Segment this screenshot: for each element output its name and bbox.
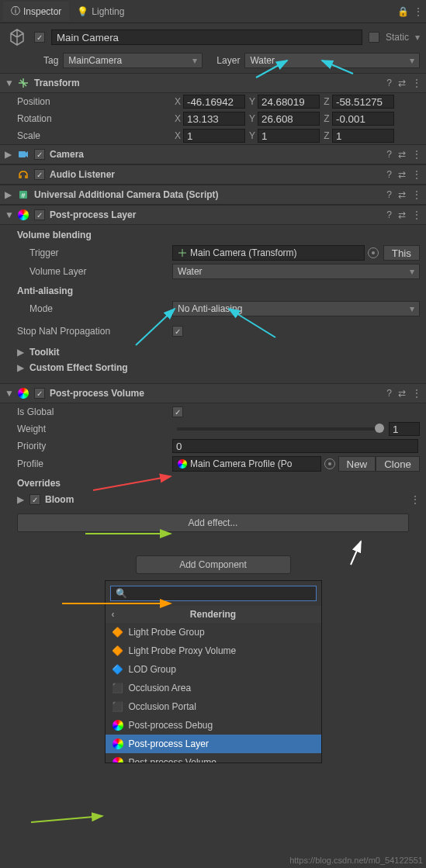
pp-icon	[17, 209, 29, 221]
pp-layer-header[interactable]: ▼ Post-process Layer ?⇄⋮	[0, 205, 426, 225]
preset-icon[interactable]: ⇄	[398, 388, 406, 399]
trigger-field[interactable]: Main Camera (Transform)	[172, 245, 365, 261]
layer-value: Water	[250, 55, 275, 66]
tab-inspector[interactable]: ⓘ Inspector	[3, 2, 69, 21]
enabled-checkbox[interactable]	[34, 209, 45, 220]
help-icon[interactable]: ?	[386, 149, 392, 160]
pp-volume-header[interactable]: ▼ Post-process Volume ?⇄⋮	[0, 383, 426, 403]
foldout-icon[interactable]: ▶	[17, 362, 25, 373]
menu-icon[interactable]: ⋮	[412, 149, 421, 160]
popup-item-lod-group[interactable]: 🔷 LOD Group	[106, 660, 321, 679]
popup-item-light-probe-proxy[interactable]: 🔶 Light Probe Proxy Volume	[106, 641, 321, 660]
custom-effect-foldout[interactable]: ▶ Custom Effect Sorting	[0, 360, 426, 375]
weight-value[interactable]	[389, 422, 420, 436]
menu-icon[interactable]: ⋮	[412, 78, 421, 88]
section-label: Anti-aliasing	[0, 281, 426, 299]
rotation-x[interactable]	[183, 112, 245, 126]
profile-field[interactable]: Main Camera Profile (Po	[172, 456, 321, 472]
priority-input[interactable]	[172, 439, 418, 453]
menu-icon[interactable]: ⋮	[412, 189, 421, 200]
prop-label: Trigger	[17, 247, 172, 258]
clone-button[interactable]: Clone	[376, 456, 420, 472]
popup-item-pp-debug[interactable]: Post-process Debug	[106, 716, 321, 735]
audio-listener-header[interactable]: ▶ Audio Listener ?⇄⋮	[0, 164, 426, 185]
scale-y[interactable]	[258, 129, 320, 143]
rotation-y[interactable]	[258, 112, 320, 126]
popup-item-light-probe-group[interactable]: 🔶 Light Probe Group	[106, 623, 321, 641]
transform-header[interactable]: ▼ Transform ?⇄⋮	[0, 73, 426, 93]
scale-z[interactable]	[332, 129, 394, 143]
position-x[interactable]	[183, 95, 245, 109]
static-dropdown-icon[interactable]: ▾	[415, 32, 420, 43]
preset-icon[interactable]: ⇄	[398, 169, 406, 180]
menu-icon[interactable]: ⋮	[414, 6, 423, 17]
position-z[interactable]	[332, 95, 394, 109]
bulb-icon: 💡	[77, 6, 88, 17]
volume-layer-dropdown[interactable]: Water	[172, 264, 420, 279]
search-input[interactable]	[130, 588, 311, 600]
weight-row: Weight	[0, 420, 426, 437]
preset-icon[interactable]: ⇄	[398, 209, 406, 220]
scale-x[interactable]	[183, 129, 245, 143]
add-component-button[interactable]: Add Component	[136, 555, 291, 574]
popup-item-pp-volume[interactable]: Post-process Volume	[106, 753, 321, 763]
universal-camera-header[interactable]: ▶ # Universal Additional Camera Data (Sc…	[0, 185, 426, 205]
bloom-foldout[interactable]: ▶ Bloom ⋮	[0, 492, 426, 507]
popup-item-occlusion-area[interactable]: ⬛ Occlusion Area	[106, 679, 321, 697]
gameobject-header: Static ▾	[0, 23, 426, 51]
popup-item-pp-layer[interactable]: Post-process Layer	[106, 735, 321, 753]
popup-title: Rendering	[190, 609, 236, 620]
rotation-z[interactable]	[332, 112, 394, 126]
object-picker-icon[interactable]	[368, 247, 379, 258]
weight-slider[interactable]	[177, 427, 384, 431]
bloom-checkbox[interactable]	[29, 494, 40, 505]
enabled-checkbox[interactable]	[34, 388, 45, 399]
tab-label: Inspector	[23, 6, 61, 17]
menu-icon[interactable]: ⋮	[412, 388, 421, 399]
is-global-checkbox[interactable]	[172, 406, 183, 417]
preset-icon[interactable]: ⇄	[398, 189, 406, 200]
popup-search[interactable]: 🔍	[110, 586, 317, 601]
script-icon: #	[17, 188, 29, 201]
popup-item-occlusion-portal[interactable]: ⬛ Occlusion Portal	[106, 697, 321, 716]
camera-header[interactable]: ▶ Camera ?⇄⋮	[0, 144, 426, 164]
help-icon[interactable]: ?	[386, 78, 392, 88]
item-label: Light Probe Group	[129, 627, 205, 638]
menu-icon[interactable]: ⋮	[412, 169, 421, 180]
foldout-icon[interactable]: ▼	[5, 388, 12, 399]
tag-dropdown[interactable]: MainCamera	[63, 53, 203, 68]
preset-icon[interactable]: ⇄	[398, 149, 406, 160]
layer-dropdown[interactable]: Water	[244, 53, 420, 68]
foldout-icon[interactable]: ▼	[5, 209, 12, 220]
lock-icon[interactable]: 🔒	[397, 6, 409, 17]
preset-icon[interactable]: ⇄	[398, 78, 406, 88]
foldout-icon[interactable]: ▶	[5, 189, 12, 200]
back-icon[interactable]: ‹	[112, 609, 115, 620]
foldout-icon[interactable]: ▶	[17, 347, 25, 358]
stop-nan-checkbox[interactable]	[172, 326, 183, 337]
menu-icon[interactable]: ⋮	[410, 494, 420, 505]
help-icon[interactable]: ?	[386, 169, 392, 180]
tab-lighting[interactable]: 💡 Lighting	[69, 3, 132, 20]
this-button[interactable]: This	[383, 245, 420, 261]
item-label: Light Probe Proxy Volume	[129, 645, 237, 656]
object-picker-icon[interactable]	[324, 458, 335, 469]
position-y[interactable]	[258, 95, 320, 109]
help-icon[interactable]: ?	[386, 209, 392, 220]
foldout-icon[interactable]: ▼	[5, 78, 12, 88]
menu-icon[interactable]: ⋮	[412, 209, 421, 220]
enabled-checkbox[interactable]	[34, 149, 45, 160]
enabled-checkbox[interactable]	[34, 169, 45, 180]
help-icon[interactable]: ?	[386, 388, 392, 399]
toolkit-foldout[interactable]: ▶ Toolkit	[0, 344, 426, 360]
svg-rect-0	[19, 151, 26, 157]
foldout-icon[interactable]: ▶	[17, 494, 25, 505]
static-checkbox[interactable]	[369, 32, 379, 43]
new-button[interactable]: New	[338, 456, 376, 472]
name-input[interactable]	[51, 29, 362, 45]
add-effect-button[interactable]: Add effect...	[17, 514, 409, 532]
enabled-checkbox[interactable]	[34, 32, 45, 43]
foldout-icon[interactable]: ▶	[5, 149, 12, 160]
aa-mode-dropdown[interactable]: No Anti-aliasing	[172, 301, 420, 316]
help-icon[interactable]: ?	[386, 189, 392, 200]
